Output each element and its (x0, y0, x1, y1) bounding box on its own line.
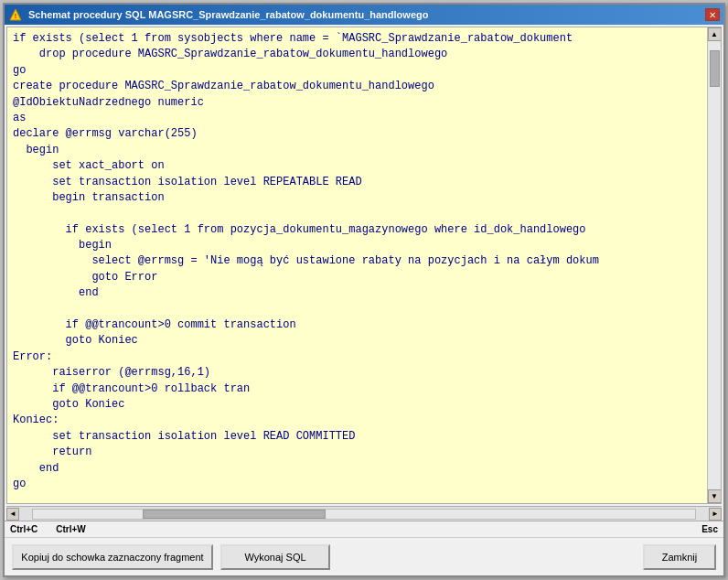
svg-text:!: ! (15, 13, 16, 19)
scroll-right-button[interactable]: ► (709, 508, 722, 521)
scroll-h-track[interactable] (32, 509, 696, 520)
sql-code: if exists (select 1 from sysobjects wher… (7, 27, 707, 496)
shortcut-esc: Esc (701, 524, 718, 534)
title-bar: ! Schemat procedury SQL MAGSRC_Sprawdzan… (5, 5, 723, 25)
shortcut-bar: Ctrl+C Ctrl+W Esc (5, 521, 723, 538)
execute-button[interactable]: Wykonaj SQL (220, 544, 330, 570)
bottom-bar: Ctrl+C Ctrl+W Esc Kopiuj do schowka zazn… (5, 521, 723, 575)
code-inner: if exists (select 1 from sysobjects wher… (7, 27, 707, 503)
scroll-h-thumb[interactable] (143, 510, 326, 519)
scroll-down-button[interactable]: ▼ (708, 489, 722, 503)
close-button[interactable]: Zamknij (643, 544, 716, 570)
execute-key: Ctrl+W (56, 524, 86, 534)
vertical-scrollbar[interactable]: ▲ ▼ (707, 27, 721, 503)
esc-key: Esc (701, 524, 718, 534)
shortcut-copy: Ctrl+C (10, 524, 37, 534)
scroll-up-button[interactable]: ▲ (708, 27, 722, 41)
app-icon: ! (8, 7, 23, 22)
close-icon[interactable]: ✕ (705, 8, 720, 21)
button-bar: Kopiuj do schowka zaznaczony fragment Wy… (5, 538, 723, 575)
scroll-v-thumb[interactable] (710, 50, 720, 87)
title-bar-left: ! Schemat procedury SQL MAGSRC_Sprawdzan… (8, 7, 428, 22)
code-display-area: if exists (select 1 from sysobjects wher… (6, 27, 722, 504)
shortcut-execute: Ctrl+W (56, 524, 86, 534)
copy-button[interactable]: Kopiuj do schowka zaznaczony fragment (12, 544, 213, 570)
main-window: ! Schemat procedury SQL MAGSRC_Sprawdzan… (3, 3, 725, 577)
horizontal-scrollbar-area[interactable]: ◄ ► (6, 506, 722, 521)
scroll-left-button[interactable]: ◄ (6, 508, 19, 521)
copy-key: Ctrl+C (10, 524, 37, 534)
window-title: Schemat procedury SQL MAGSRC_Sprawdzanie… (28, 9, 428, 20)
scroll-v-track[interactable] (709, 41, 721, 489)
